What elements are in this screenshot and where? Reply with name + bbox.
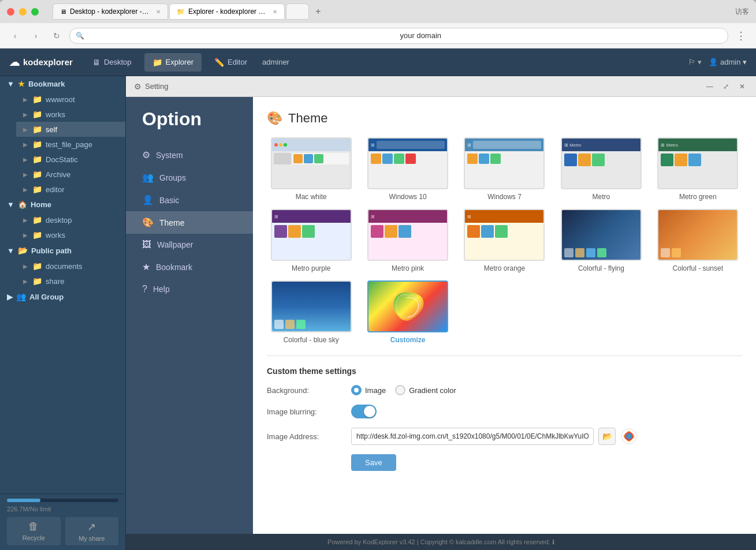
theme-item-windows-10[interactable]: ⊞ xyxy=(363,137,452,201)
forward-button[interactable]: › xyxy=(28,28,44,44)
traffic-light-red[interactable] xyxy=(7,8,14,16)
nav-explorer-label: Explorer xyxy=(166,58,193,66)
theme-item-mac-white[interactable]: Mac white xyxy=(267,137,355,201)
status-bar: Powered by KodExplorer v3.42 | Copyright… xyxy=(126,534,756,550)
recycle-icon: 🗑 xyxy=(28,521,39,533)
theme-item-customize[interactable]: Customize xyxy=(363,280,452,344)
image-address-label: Image Address: xyxy=(267,432,342,441)
setting-header-gear-icon: ⚙ xyxy=(134,82,141,91)
sidebar-item-share[interactable]: ▶ 📁 share xyxy=(16,274,125,289)
browser-tab-2[interactable]: 📁 Explorer - kodexplorer - Powe... ✕ xyxy=(169,3,285,20)
sidebar-home-header[interactable]: ▼ 🏠 Home xyxy=(0,197,125,212)
tab-2-close[interactable]: ✕ xyxy=(273,9,277,15)
theme-thumb-metro-pink: ⊞ xyxy=(367,209,448,261)
option-menu-wallpaper[interactable]: 🖼 Wallpaper xyxy=(126,234,253,256)
option-menu-basic[interactable]: 👤 Basic xyxy=(126,189,253,211)
traffic-light-green[interactable] xyxy=(31,8,39,16)
refresh-button[interactable]: ↻ xyxy=(49,28,65,44)
system-icon: ⚙ xyxy=(142,149,150,160)
my-share-button[interactable]: ↗ My share xyxy=(65,517,119,545)
desktop-icon: 🖥 xyxy=(92,58,100,67)
theme-name-customize: Customize xyxy=(390,336,426,344)
app-main: ▼ ★ Bookmark ▶ 📁 wwwroot ▶ 📁 works xyxy=(0,76,756,550)
folder-icon-works2: 📁 xyxy=(32,230,42,240)
address-bar[interactable]: 🔍 your domain xyxy=(69,28,728,44)
sidebar-public-header[interactable]: ▼ 📂 Public path xyxy=(0,242,125,259)
nav-desktop-label: Desktop xyxy=(104,58,132,66)
sidebar-item-self[interactable]: ▶ 📁 self xyxy=(16,122,125,137)
sidebar-home-label: Home xyxy=(31,200,51,209)
theme-item-metro-pink[interactable]: ⊞ Metro pink xyxy=(363,209,452,272)
theme-name-windows-10: Windows 10 xyxy=(389,193,426,201)
content-area: www.e.li.com.cn ⚙ Setting — ⤢ ✕ xyxy=(126,76,756,550)
sidebar-label-works: works xyxy=(46,110,65,119)
sidebar-bookmark-items: ▶ 📁 wwwroot ▶ 📁 works ▶ 📁 self xyxy=(0,92,125,197)
maximize-button[interactable]: ⤢ xyxy=(720,81,732,92)
image-radio-circle xyxy=(351,385,362,395)
option-menu-bookmark[interactable]: ★ Bookmark xyxy=(126,256,253,278)
logo-text: kodexplorer xyxy=(23,57,73,67)
theme-item-windows-7[interactable]: ⊞ Window xyxy=(460,137,549,201)
theme-item-metro-purple[interactable]: ⊞ Metro purple xyxy=(267,209,355,272)
nav-adminer[interactable]: adminer xyxy=(262,58,289,66)
more-button[interactable]: ⋮ xyxy=(733,28,749,44)
sidebar-item-archive[interactable]: ▶ 📁 Archive xyxy=(16,167,125,182)
theme-name-metro-green: Metro green xyxy=(679,193,717,201)
sidebar-item-desktop[interactable]: ▶ 📁 desktop xyxy=(16,212,125,227)
recycle-button[interactable]: 🗑 Recycle xyxy=(7,517,61,545)
image-blurring-toggle[interactable] xyxy=(351,405,377,418)
theme-item-colorful-blue-sky[interactable]: Colorful - blue sky xyxy=(267,280,355,344)
save-button[interactable]: Save xyxy=(351,454,396,471)
nav-explorer[interactable]: 📁 Explorer xyxy=(144,53,202,72)
theme-item-colorful-sunset[interactable]: Colorful - sunset xyxy=(654,209,742,272)
setting-header: ⚙ Setting — ⤢ ✕ xyxy=(126,76,756,97)
sidebar-item-test[interactable]: ▶ 📁 test_file_page xyxy=(16,137,125,152)
option-menu-groups[interactable]: 👥 Groups xyxy=(126,166,253,189)
help-label: Help xyxy=(153,285,170,294)
wallpaper-label: Wallpaper xyxy=(157,240,193,249)
option-menu-system[interactable]: ⚙ System xyxy=(126,144,253,166)
traffic-light-yellow[interactable] xyxy=(19,8,27,16)
tab-1-close[interactable]: ✕ xyxy=(156,9,161,15)
browser-tab-1[interactable]: 🖥 Desktop - kodexplorer - Powe... ✕ xyxy=(53,3,168,20)
theme-name-metro-orange: Metro orange xyxy=(484,264,525,272)
close-button[interactable]: ✕ xyxy=(736,81,748,92)
theme-item-metro-orange[interactable]: ⊞ Metro orange xyxy=(460,209,549,272)
theme-item-metro[interactable]: ⊞ Metro Metro xyxy=(557,137,645,201)
image-address-input[interactable] xyxy=(351,428,594,445)
nav-desktop[interactable]: 🖥 Desktop xyxy=(84,53,140,72)
browser-titlebar: 🖥 Desktop - kodexplorer - Powe... ✕ 📁 Ex… xyxy=(0,0,756,23)
app-container: ☁ kodexplorer 🖥 Desktop 📁 Explorer ✏️ Ed… xyxy=(0,48,756,550)
sidebar-item-docstatic[interactable]: ▶ 📁 DocStatic xyxy=(16,152,125,167)
option-menu-help[interactable]: ? Help xyxy=(126,278,253,300)
browse-button[interactable]: 📂 xyxy=(598,428,616,445)
back-button[interactable]: ‹ xyxy=(7,28,23,44)
sidebar-item-works[interactable]: ▶ 📁 works xyxy=(16,107,125,122)
gradient-radio-option[interactable]: Gradient color xyxy=(395,385,456,395)
system-label: System xyxy=(156,151,183,160)
user-menu[interactable]: 👤 admin ▾ xyxy=(709,58,747,66)
new-tab-button[interactable]: + xyxy=(310,3,326,20)
sidebar-item-editor[interactable]: ▶ 📁 editor xyxy=(16,182,125,197)
folder-icon-works: 📁 xyxy=(32,110,42,119)
theme-name-colorful-sunset: Colorful - sunset xyxy=(673,264,723,272)
groups-label: Groups xyxy=(159,173,186,182)
sidebar-public-items: ▶ 📁 documents ▶ 📁 share xyxy=(0,259,125,289)
nav-editor[interactable]: ✏️ Editor xyxy=(206,53,255,72)
sidebar-bookmark-header[interactable]: ▼ ★ Bookmark xyxy=(0,76,125,92)
browser-toolbar: ‹ › ↻ 🔍 your domain ⋮ xyxy=(0,23,756,48)
image-radio-option[interactable]: Image xyxy=(351,385,386,395)
sidebar-allgroup-header[interactable]: ▶ 👥 All Group xyxy=(0,289,125,305)
language-selector[interactable]: 🏳 ▾ xyxy=(688,58,702,66)
colorful-app-icon[interactable] xyxy=(620,428,638,445)
browser-tab-3[interactable] xyxy=(286,3,309,20)
sidebar-item-documents[interactable]: ▶ 📁 documents xyxy=(16,259,125,274)
theme-item-colorful-flying[interactable]: Colorful - flying xyxy=(557,209,645,272)
allgroup-expand-icon: ▶ xyxy=(7,293,13,301)
sidebar: ▼ ★ Bookmark ▶ 📁 wwwroot ▶ 📁 works xyxy=(0,76,126,550)
minimize-button[interactable]: — xyxy=(704,81,716,92)
option-menu-theme[interactable]: 🎨 Theme xyxy=(126,211,253,234)
sidebar-item-works2[interactable]: ▶ 📁 works xyxy=(16,227,125,242)
theme-item-metro-green[interactable]: ⊞ Metro Metro green xyxy=(654,137,742,201)
sidebar-item-wwwroot[interactable]: ▶ 📁 wwwroot xyxy=(16,92,125,107)
